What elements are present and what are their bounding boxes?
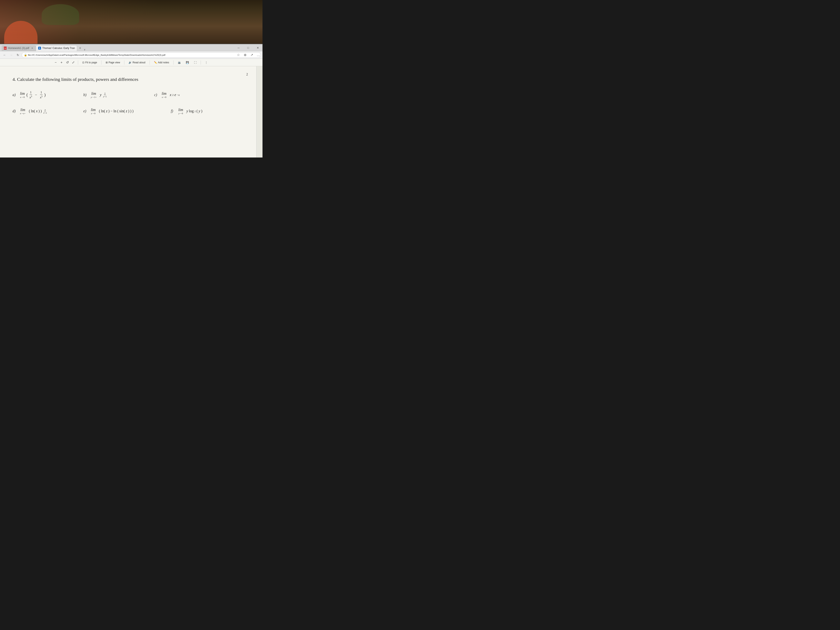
problem-c: c) lim x→0 x2e−x [154,92,213,98]
favorites-icon[interactable]: ☆ [236,52,241,57]
toolbar-separator-3 [124,60,125,65]
chair-silhouette [4,21,38,44]
page-view-icon: ⊞ [106,61,108,64]
refresh-button[interactable]: ↻ [15,52,21,58]
page-view-button[interactable]: ⊞ Page view [104,60,122,65]
problem-e: e) lim z→0 (ln(z) − ln(sin(z))) [83,108,158,115]
fit-to-page-label: Fit to page [85,61,97,64]
zoom-in-button[interactable]: + [59,60,64,65]
print-button[interactable]: 🖨️ [176,60,183,65]
pdf-toolbar: − + ↺ ⤢ ⊡ Fit to page ⊞ Page view 🔊 Read… [0,59,262,66]
book-tab-icon: b [38,47,41,50]
add-notes-button[interactable]: ✏️ Add notes [152,60,171,65]
pdf-content: 2 4. Calculate the following limits of p… [0,66,256,158]
address-bar-row: ← → ↻ 🔒 file:///C:/Users/zach/AppData/Lo… [0,51,262,59]
problem-d: d) lim x→e− (ln(x)) x e−x [13,108,71,115]
save-button[interactable]: 💾 [184,60,191,65]
fullscreen2-button[interactable]: ⛶ [192,60,198,65]
tab-add-button[interactable]: + [77,45,83,51]
tab-pdf-close[interactable]: ✕ [30,46,34,50]
problem-e-label: e) [83,109,88,113]
window-controls: ─ □ ✕ [234,44,262,51]
tab-book-label: Thomas' Calculus: Early Tran [42,47,75,50]
share-icon[interactable]: ↗ [249,52,254,57]
tab-pdf-label: Homework1 (3).pdf [8,47,29,50]
read-aloud-icon: 🔊 [128,61,132,64]
pdf-tab-icon: PDF [4,47,7,50]
problem-a-math: lim x→0 ( 1 x3 − 1 x5 ) [20,90,46,99]
problem-title: 4. Calculate the following limits of pro… [13,77,244,82]
tab-bar: PDF Homework1 (3).pdf ✕ b Thomas' Calcul… [0,44,262,51]
problem-f-label: f) [171,109,176,113]
tab-chevron-button[interactable]: ∨ [83,48,87,51]
add-notes-label: Add notes [158,61,169,64]
maximize-button[interactable]: □ [243,44,253,51]
read-aloud-label: Read aloud [133,61,145,64]
problem-f-math: lim y→0 y log2(y) [178,108,202,115]
browser-chrome: PDF Homework1 (3).pdf ✕ b Thomas' Calcul… [0,44,262,66]
forward-button[interactable]: → [8,52,14,58]
problem-b: b) lim y→1+ y 2 y−1 [83,92,142,98]
problem-c-math: lim x→0 x2e−x [162,92,180,98]
problem-f: f) lim y→0 y log2(y) [171,108,229,115]
page-view-label: Page view [109,61,120,64]
problem-d-label: d) [13,109,17,113]
problem-d-math: lim x→e− (ln(x)) x e−x [20,108,48,115]
fullscreen-button[interactable]: ⤢ [71,60,76,65]
problem-c-label: c) [154,93,159,97]
problem-b-label: b) [83,93,88,97]
page-number: 2 [246,73,248,76]
problem-a-label: a) [13,93,17,97]
reading-list-icon[interactable]: ⊕ [243,52,248,57]
close-button[interactable]: ✕ [253,44,262,51]
toolbar-separator-6 [201,60,201,65]
minimize-button[interactable]: ─ [234,44,243,51]
tab-book[interactable]: b Thomas' Calculus: Early Tran [36,45,77,51]
read-aloud-button[interactable]: 🔊 Read aloud [127,60,147,65]
address-text: file:///C:/Users/zach/AppData/Local/Pack… [28,54,166,56]
settings2-button[interactable]: ⋮ [203,60,209,65]
fit-to-page-icon: ⊡ [82,61,84,64]
address-bar[interactable]: 🔒 file:///C:/Users/zach/AppData/Local/Pa… [22,52,261,58]
fit-to-page-button[interactable]: ⊡ Fit to page [81,60,99,65]
back-button[interactable]: ← [2,52,8,58]
problem-row-2: d) lim x→e− (ln(x)) x e−x e) [13,108,244,115]
right-toolbar: ☆ ⊕ ↗ … [236,52,261,57]
problem-a: a) lim x→0 ( 1 x3 − 1 x5 [13,90,71,99]
zoom-out-button[interactable]: − [53,60,58,65]
toolbar-separator-1 [78,60,78,65]
add-notes-icon: ✏️ [154,61,157,64]
problems-grid: a) lim x→0 ( 1 x3 − 1 x5 [13,90,244,115]
tab-pdf[interactable]: PDF Homework1 (3).pdf ✕ [2,45,36,51]
problem-row-1: a) lim x→0 ( 1 x3 − 1 x5 [13,90,244,99]
right-panel [256,66,262,158]
zoom-controls: − + ↺ ⤢ [53,60,76,65]
toolbar-separator-5 [173,60,174,65]
more-icon[interactable]: … [256,52,261,57]
lock-icon: 🔒 [24,54,27,57]
problem-b-math: lim y→1+ y 2 y−1 [91,92,107,98]
room-background [0,0,262,44]
problem-e-math: lim z→0 (ln(z) − ln(sin(z))) [91,108,134,115]
rotate-button[interactable]: ↺ [65,60,69,65]
